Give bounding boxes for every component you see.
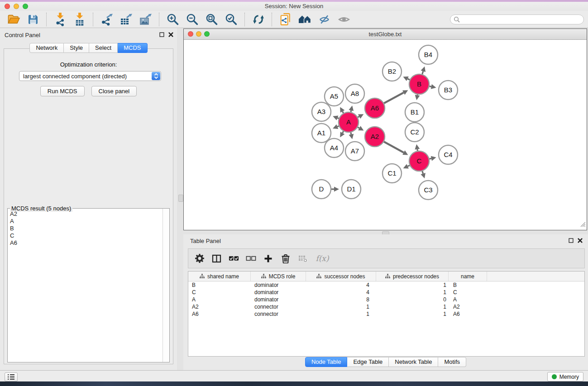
table-row[interactable]: Bdominator41B [188, 281, 584, 289]
optimization-criterion-dropdown[interactable]: largest connected component (directed) [19, 71, 161, 81]
column-header-mcds-role[interactable]: MCDS role [251, 272, 306, 281]
node-B[interactable]: B [409, 74, 429, 94]
table-row[interactable]: Adominator80A [188, 296, 584, 303]
edge-A6-B[interactable] [384, 90, 408, 103]
show-column-button[interactable] [211, 253, 222, 264]
new-network-from-selection-button[interactable] [276, 12, 295, 27]
node-A[interactable]: A [339, 112, 359, 132]
edge-A-A6[interactable] [358, 114, 363, 119]
close-network-button[interactable] [188, 31, 193, 37]
node-D1[interactable]: D1 [342, 180, 361, 199]
edge-C-C4[interactable] [429, 156, 436, 161]
zoom-window-button[interactable] [23, 4, 28, 9]
float-panel-icon[interactable] [159, 32, 164, 37]
node-A6[interactable]: A6 [365, 98, 385, 118]
resize-grip-icon[interactable] [580, 221, 586, 229]
edge-D-D1[interactable] [331, 187, 339, 192]
zoom-selected-button[interactable] [221, 12, 241, 27]
tab-network[interactable]: Network [29, 43, 64, 53]
tab-network-table[interactable]: Network Table [389, 357, 438, 367]
hide-details-button[interactable] [315, 12, 334, 27]
show-details-button[interactable] [334, 12, 354, 27]
deselect-all-button[interactable] [246, 253, 256, 264]
node-B1[interactable]: B1 [405, 103, 424, 122]
export-network-button[interactable] [97, 12, 116, 27]
edge-A-A4[interactable] [340, 131, 344, 137]
result-item[interactable]: A2 [8, 210, 163, 218]
memory-button[interactable]: Memory [547, 372, 583, 381]
home-button[interactable] [295, 12, 315, 27]
edge-A2-C[interactable] [384, 142, 408, 155]
edge-A-A1[interactable] [333, 124, 339, 129]
import-table-button[interactable] [70, 12, 89, 27]
edge-C-C3[interactable] [421, 171, 425, 178]
result-scrollbar[interactable] [163, 209, 169, 362]
minimize-network-button[interactable] [196, 31, 201, 37]
edge-A-A2[interactable] [358, 126, 363, 130]
edge-B-B1[interactable] [415, 95, 420, 100]
delete-column-button[interactable] [280, 253, 291, 264]
task-history-button[interactable] [5, 372, 18, 381]
edge-A-A8[interactable] [349, 105, 354, 112]
refresh-button[interactable] [249, 12, 268, 27]
zoom-in-button[interactable] [163, 12, 182, 27]
result-item[interactable]: A6 [8, 239, 163, 247]
select-all-button[interactable] [229, 253, 239, 264]
node-A3[interactable]: A3 [312, 102, 331, 121]
zoom-network-button[interactable] [204, 31, 210, 37]
column-header-name[interactable]: name [449, 272, 487, 281]
edge-C-C2[interactable] [415, 144, 420, 151]
edge-A-A3[interactable] [333, 115, 339, 120]
export-table-button[interactable] [116, 12, 136, 27]
save-session-button[interactable] [23, 12, 43, 27]
node-A5[interactable]: A5 [325, 87, 344, 106]
create-column-button[interactable] [263, 253, 273, 264]
table-row[interactable]: Cdominator41C [188, 289, 584, 296]
tab-node-table[interactable]: Node Table [305, 357, 348, 367]
table-settings-button[interactable] [194, 253, 205, 264]
edge-A-A5[interactable] [340, 107, 344, 113]
node-A1[interactable]: A1 [312, 124, 331, 143]
tab-mcds[interactable]: MCDS [118, 43, 147, 53]
tab-motifs[interactable]: Motifs [438, 357, 466, 367]
close-panel-icon[interactable] [168, 32, 173, 37]
edge-B-B2[interactable] [403, 76, 410, 81]
minimize-window-button[interactable] [14, 4, 19, 9]
column-header-shared-name[interactable]: shared name [188, 272, 251, 281]
function-builder-button[interactable]: f(x) [315, 253, 330, 264]
search-field[interactable] [450, 14, 584, 24]
edge-B-B4[interactable] [421, 67, 426, 74]
import-network-button[interactable] [50, 12, 70, 27]
node-C3[interactable]: C3 [419, 181, 438, 200]
vertical-splitter-grip[interactable] [178, 195, 183, 202]
tab-select[interactable]: Select [89, 43, 118, 53]
node-C1[interactable]: C1 [382, 164, 402, 183]
table-row[interactable]: A6connector11A6 [188, 310, 584, 318]
column-header-successor-nodes[interactable]: successor nodes [306, 272, 376, 281]
run-mcds-button[interactable]: Run MCDS [40, 86, 85, 96]
node-A8[interactable]: A8 [345, 84, 364, 103]
column-header-predecessor-nodes[interactable]: predecessor nodes [376, 272, 449, 281]
result-item[interactable]: C [8, 232, 163, 239]
close-window-button[interactable] [5, 4, 10, 9]
delete-table-button[interactable] [297, 253, 308, 264]
node-A7[interactable]: A7 [345, 142, 364, 161]
node-B4[interactable]: B4 [419, 45, 438, 64]
node-C2[interactable]: C2 [405, 123, 424, 142]
node-A2[interactable]: A2 [365, 127, 385, 147]
search-input[interactable] [462, 16, 583, 23]
export-image-button[interactable] [136, 12, 155, 27]
dropdown-stepper-icon[interactable] [152, 72, 160, 80]
edge-B-B3[interactable] [430, 84, 436, 89]
tab-edge-table[interactable]: Edge Table [347, 357, 389, 367]
node-D[interactable]: D [312, 180, 331, 199]
node-A4[interactable]: A4 [325, 138, 344, 157]
tab-style[interactable]: Style [64, 43, 89, 53]
node-C[interactable]: C [409, 151, 429, 171]
node-C4[interactable]: C4 [439, 145, 458, 164]
node-B2[interactable]: B2 [382, 62, 402, 81]
network-canvas[interactable]: B4B2BB3A8A5A6B1A3AC2A1A2A4A7C4CC1C3DD1 [184, 40, 587, 230]
close-panel-button[interactable]: Close panel [91, 86, 137, 96]
zoom-fit-button[interactable] [202, 12, 221, 27]
table-row[interactable]: A2connector11A2 [188, 303, 584, 310]
